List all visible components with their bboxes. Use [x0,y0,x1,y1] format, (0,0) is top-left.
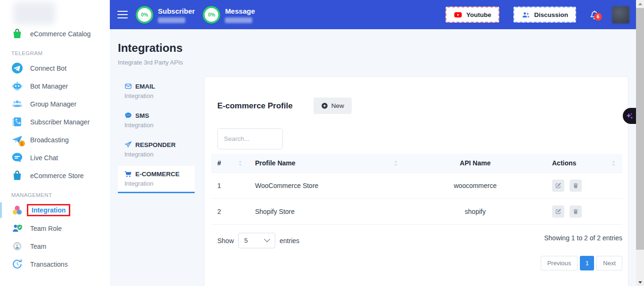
sidebar-item-group-manager[interactable]: Group Manager [0,95,110,113]
entries-select[interactable]: 5 [238,233,275,248]
ecommerce-profile-card: E-commerce Profile New # Profile Name AP… [204,76,628,286]
sidebar-item-label: Broadcasting [30,136,69,144]
sidebar-item-bot-manager[interactable]: Bot Manager [0,77,110,95]
sidebar-item-connect-bot[interactable]: Connect Bot [0,59,110,77]
page-subtitle: Integrate 3rd Party APIs [118,59,636,66]
people-icon [521,10,530,19]
subnav-item-email[interactable]: EMAIL Integration [118,78,195,104]
table-row: 1 WooCommerce Store woocommerce [211,173,622,199]
subscriber-progress-ring: 0% [136,6,153,24]
sidebar-item-label: Bot Manager [30,82,68,90]
sort-icon [238,160,243,166]
show-label: Show [217,237,234,245]
youtube-button[interactable]: Youtube [446,7,499,23]
sidebar-item-label: Team Role [30,225,62,232]
sort-icon [611,160,616,166]
current-page-button[interactable]: 1 [580,256,594,270]
table-row: 2 Shopify Store shopify [211,199,622,225]
sparkles-icon [625,112,634,121]
sidebar-item-ecommerce-store[interactable]: eCommerce Store [0,167,110,184]
paper-plane-icon [124,141,132,148]
shopping-bag-blue-icon [11,170,23,181]
notifications-button[interactable]: 6 [589,9,600,20]
showing-entries-text: Showing 1 to 2 of 2 entries [544,233,622,242]
search-input[interactable] [217,128,283,149]
integration-circles-icon [11,204,23,216]
subscriber-stat: 0% Subscriber [136,6,195,24]
sidebar-section-management: MANAGEMENT [0,185,110,201]
edit-icon [555,208,561,215]
notification-count-badge: 6 [594,13,602,21]
page-title: Integrations [118,41,636,55]
delete-button[interactable] [570,180,582,192]
sidebar-item-label: Connect Bot [30,65,66,72]
message-progress-ring: 0% [203,6,220,24]
sidebar-item-label: Transactions [30,261,68,268]
shopping-bag-green-icon [11,28,23,40]
broadcast-count-badge: 1 [19,140,25,147]
youtube-icon [454,10,462,19]
sidebar-section-telegram: TELEGRAM [0,43,110,59]
main-content: Integrations Integrate 3rd Party APIs EM… [110,29,636,286]
sms-bubble-icon [124,112,132,119]
table-header-row: # Profile Name API Name Actions [211,154,622,173]
robot-icon [11,80,23,92]
sidebar-item-team-role[interactable]: Team Role [0,220,110,237]
vertical-scrollbar [636,0,644,286]
column-header-actions[interactable]: Actions [546,154,622,173]
telegram-icon [11,62,23,74]
envelope-icon [124,82,132,90]
subscriber-stat-value-blurred [158,17,185,23]
sidebar-item-transactions[interactable]: Transactions [0,255,110,273]
trash-icon [572,182,579,189]
profile-name-cell: WooCommerce Store [249,173,405,199]
contacts-book-icon [11,116,23,128]
team-gear-icon [11,240,23,252]
entries-label: entries [280,237,299,245]
panel-title: E-commerce Profile [217,101,293,111]
column-header-api-name[interactable]: API Name [405,154,546,173]
scroll-down-arrow[interactable] [636,278,644,286]
plus-circle-icon [321,102,328,109]
sidebar-item-label: Team [30,243,46,250]
message-stat: 0% Message [203,6,255,24]
delete-button[interactable] [570,205,582,218]
new-profile-button[interactable]: New [314,98,352,114]
sidebar-item-broadcasting[interactable]: 1 Broadcasting [0,131,110,148]
user-avatar[interactable] [612,6,629,24]
previous-page-button[interactable]: Previous [541,256,578,270]
subnav-item-ecommerce[interactable]: E-COMMERCE Integration [118,166,195,193]
column-header-num[interactable]: # [211,154,249,173]
scrollbar-thumb[interactable] [636,8,644,250]
hamburger-menu-icon[interactable] [117,8,128,21]
edit-button[interactable] [552,180,564,192]
discussion-button[interactable]: Discussion [513,7,576,23]
sidebar-item-subscriber-manager[interactable]: Subscriber Manager [0,113,110,131]
ai-assistant-button[interactable] [623,108,636,124]
sidebar-item-ecommerce-catalog[interactable]: eCommerce Catalog [0,25,110,42]
sidebar: eCommerce Catalog TELEGRAM Connect Bot B… [0,0,110,286]
profiles-table: # Profile Name API Name Actions 1 WooCom… [211,154,622,225]
chat-bubble-icon [11,152,23,163]
chevron-down-icon [264,236,270,242]
pagination: Previous 1 Next [211,256,622,270]
api-name-cell: woocommerce [405,173,546,199]
cart-icon [124,170,132,178]
sidebar-item-label: Integration [32,206,66,214]
next-page-button[interactable]: Next [596,256,622,270]
subnav-item-responder[interactable]: RESPONDER Integration [118,137,195,163]
sidebar-item-live-chat[interactable]: Live Chat [0,149,110,166]
scroll-up-arrow[interactable] [636,0,644,8]
sort-icon [393,160,398,166]
sidebar-item-team[interactable]: Team [0,237,110,255]
role-shield-icon [11,222,23,234]
api-name-cell: shopify [405,199,546,225]
row-number: 1 [211,173,249,199]
column-header-profile-name[interactable]: Profile Name [249,154,405,173]
subscriber-stat-label: Subscriber [158,7,195,15]
trash-icon [572,208,579,215]
subnav-item-sms[interactable]: SMS Integration [118,107,195,133]
sidebar-item-label: Group Manager [30,100,76,108]
edit-button[interactable] [552,205,564,218]
sidebar-item-integration[interactable]: Integration [0,201,110,219]
